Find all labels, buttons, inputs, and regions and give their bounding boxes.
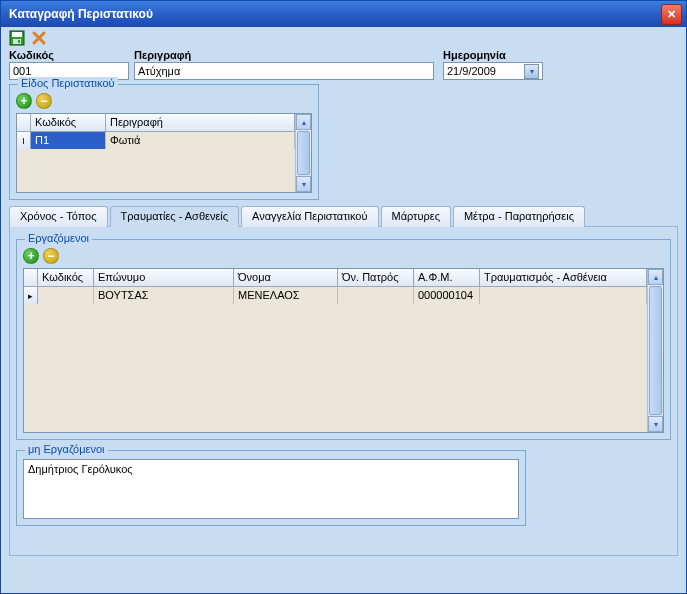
cell-emp-father[interactable] [338,287,414,304]
svg-rect-3 [18,40,20,43]
col-emp-surname[interactable]: Επώνυμο [94,269,234,286]
scroll-thumb[interactable] [297,131,310,175]
incident-add-button[interactable]: + [16,93,32,109]
non-employees-group: μη Εργαζόμενοι Δημήτριος Γερόλυκος [16,450,526,526]
cell-emp-afm[interactable]: 000000104 [414,287,480,304]
tabstrip: Χρόνος - Τόπος Τραυματίες - Ασθενείς Ανα… [9,206,678,227]
col-emp-father[interactable]: Όν. Πατρός [338,269,414,286]
toolbar [1,27,686,49]
employees-remove-button[interactable]: − [43,248,59,264]
window-title: Καταγραφή Περιστατικού [9,7,153,21]
save-button[interactable] [9,30,25,46]
tab-injuries[interactable]: Τραυματίες - Ασθενείς [110,206,240,227]
table-row[interactable]: ▸ ΒΟΥΤΣΑΣ ΜΕΝΕΛΑΟΣ 000000104 [24,287,647,304]
window: Καταγραφή Περιστατικού ✕ Κωδικός [0,0,687,594]
cell-emp-surname[interactable]: ΒΟΥΤΣΑΣ [94,287,234,304]
incident-scrollbar[interactable]: ▴ ▾ [295,114,311,192]
incident-remove-button[interactable]: − [36,93,52,109]
col-code[interactable]: Κωδικός [31,114,106,131]
non-employees-title: μη Εργαζόμενοι [25,443,108,455]
incident-type-group: Είδος Περιστατικού + − Κωδικός Περιγραφή… [9,84,319,200]
close-icon: ✕ [667,8,676,21]
incident-grid-header: Κωδικός Περιγραφή [17,114,295,132]
svg-rect-1 [12,32,22,37]
scroll-thumb[interactable] [649,286,662,415]
col-emp-injury[interactable]: Τραυματισμός - Ασθένεια [480,269,647,286]
table-row[interactable]: I Π1 Φωτιά [17,132,295,149]
main-form-row: Κωδικός Περιγραφή Ημερομηνία 21/9/2009 ▾ [9,49,678,80]
row-indicator-header [17,114,31,131]
employees-grid: Κωδικός Επώνυμο Όνομα Όν. Πατρός Α.Φ.Μ. … [23,268,664,433]
close-button[interactable]: ✕ [661,4,682,25]
code-field: Κωδικός [9,49,129,80]
cell-code[interactable]: Π1 [31,132,106,149]
tab-measures[interactable]: Μέτρα - Παρατηρήσεις [453,206,585,227]
floppy-icon [9,30,25,46]
cell-emp-code[interactable] [38,287,94,304]
col-emp-name[interactable]: Όνομα [234,269,338,286]
incident-type-grid: Κωδικός Περιγραφή I Π1 Φωτιά ▴ ▾ [16,113,312,193]
non-employees-textarea[interactable]: Δημήτριος Γερόλυκος [23,459,519,519]
date-value: 21/9/2009 [447,65,496,77]
row-indicator: ▸ [24,287,38,304]
tab-witnesses[interactable]: Μάρτυρες [381,206,451,227]
tab-announcement[interactable]: Αναγγελία Περιστατικού [241,206,378,227]
row-indicator-header [24,269,38,286]
employees-title: Εργαζόμενοι [25,232,92,244]
employees-scrollbar[interactable]: ▴ ▾ [647,269,663,432]
employees-group: Εργαζόμενοι + − Κωδικός Επώνυμο Όνομα Όν… [16,239,671,440]
date-combo[interactable]: 21/9/2009 ▾ [443,62,543,80]
employees-buttons: + − [23,248,664,264]
titlebar: Καταγραφή Περιστατικού ✕ [1,1,686,27]
code-label: Κωδικός [9,49,129,61]
incident-type-title: Είδος Περιστατικού [18,77,118,89]
desc-label: Περιγραφή [134,49,434,61]
col-emp-code[interactable]: Κωδικός [38,269,94,286]
col-desc[interactable]: Περιγραφή [106,114,295,131]
scroll-up-icon[interactable]: ▴ [296,114,311,130]
content: Κωδικός Περιγραφή Ημερομηνία 21/9/2009 ▾… [1,49,686,556]
cell-emp-injury[interactable] [480,287,647,304]
employees-grid-header: Κωδικός Επώνυμο Όνομα Όν. Πατρός Α.Φ.Μ. … [24,269,647,287]
desc-field: Περιγραφή [134,49,434,80]
delete-button[interactable] [31,30,47,46]
cell-desc[interactable]: Φωτιά [106,132,295,149]
x-icon [31,30,47,46]
cell-emp-name[interactable]: ΜΕΝΕΛΑΟΣ [234,287,338,304]
desc-input[interactable] [134,62,434,80]
date-label: Ημερομηνία [443,49,543,61]
tab-panel: Εργαζόμενοι + − Κωδικός Επώνυμο Όνομα Όν… [9,226,678,556]
employees-add-button[interactable]: + [23,248,39,264]
row-indicator: I [17,132,31,149]
col-emp-afm[interactable]: Α.Φ.Μ. [414,269,480,286]
scroll-down-icon[interactable]: ▾ [648,416,663,432]
scroll-down-icon[interactable]: ▾ [296,176,311,192]
tab-time-place[interactable]: Χρόνος - Τόπος [9,206,108,227]
date-field: Ημερομηνία 21/9/2009 ▾ [443,49,543,80]
non-employees-value: Δημήτριος Γερόλυκος [28,463,133,475]
chevron-down-icon[interactable]: ▾ [524,64,539,79]
incident-type-buttons: + − [16,93,312,109]
scroll-up-icon[interactable]: ▴ [648,269,663,285]
